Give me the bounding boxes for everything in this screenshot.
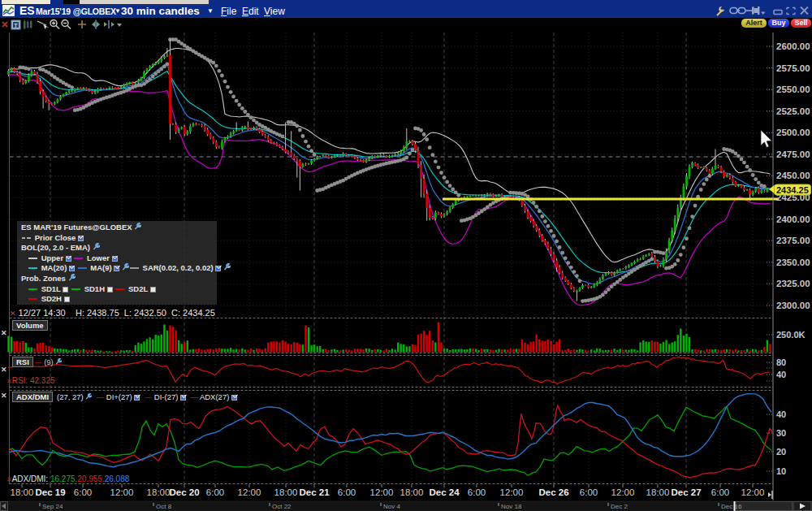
svg-text:6:00: 6:00 (338, 487, 356, 497)
svg-text:Nov 4: Nov 4 (383, 503, 400, 510)
svg-text:6:00: 6:00 (711, 487, 729, 497)
svg-text:2350.00: 2350.00 (776, 258, 810, 267)
svg-text:20: 20 (776, 447, 786, 457)
svg-text:12:00: 12:00 (238, 487, 261, 497)
svg-text:2525.00: 2525.00 (776, 106, 810, 116)
svg-text:80: 80 (776, 357, 786, 367)
svg-text:Dec 16: Dec 16 (721, 503, 742, 510)
svg-text:2600.00: 2600.00 (776, 41, 810, 51)
svg-text:2475.00: 2475.00 (776, 149, 810, 159)
svg-text:Dec 26: Dec 26 (538, 487, 568, 497)
svg-text:12:00: 12:00 (500, 487, 524, 497)
svg-text:Dec 24: Dec 24 (429, 487, 460, 497)
svg-text:40: 40 (776, 370, 786, 379)
svg-text:Dec 21: Dec 21 (299, 487, 330, 497)
svg-text:18:00: 18:00 (11, 487, 34, 497)
svg-text:Sep 24: Sep 24 (42, 503, 63, 510)
svg-text:6:00: 6:00 (74, 487, 92, 497)
svg-text:40: 40 (776, 409, 786, 419)
svg-text:Nov 18: Nov 18 (501, 503, 522, 510)
svg-text:18:00: 18:00 (147, 487, 171, 497)
svg-text:6:00: 6:00 (468, 487, 486, 497)
svg-text:12:00: 12:00 (110, 487, 134, 497)
svg-text:2450.00: 2450.00 (776, 171, 810, 180)
svg-text:2500.00: 2500.00 (776, 128, 810, 137)
svg-text:2400.00: 2400.00 (776, 214, 810, 224)
svg-text:2300.00: 2300.00 (776, 301, 810, 310)
svg-text:30: 30 (776, 428, 786, 438)
svg-text:Oct 8: Oct 8 (156, 503, 172, 510)
svg-text:Dec 2: Dec 2 (611, 503, 628, 510)
svg-text:18:00: 18:00 (274, 487, 298, 497)
svg-text:2375.00: 2375.00 (776, 236, 810, 245)
svg-text:2550.00: 2550.00 (776, 84, 810, 94)
svg-text:2434.25: 2434.25 (776, 185, 809, 195)
svg-text:Dec 20: Dec 20 (169, 487, 199, 497)
svg-text:Oct 22: Oct 22 (272, 503, 292, 510)
svg-text:10: 10 (776, 466, 786, 476)
svg-text:2575.00: 2575.00 (776, 63, 810, 73)
svg-text:12:00: 12:00 (370, 487, 394, 497)
svg-text:6:00: 6:00 (580, 487, 598, 497)
svg-text:12:00: 12:00 (741, 487, 765, 497)
svg-text:18:00: 18:00 (400, 487, 424, 497)
svg-text:18:00: 18:00 (646, 487, 670, 497)
svg-text:250.0K: 250.0K (776, 330, 806, 340)
svg-text:2325.00: 2325.00 (776, 279, 810, 288)
svg-text:6:00: 6:00 (206, 487, 224, 497)
svg-text:Dec 27: Dec 27 (671, 487, 701, 497)
svg-text:12:00: 12:00 (611, 487, 635, 497)
svg-text:Dec 19: Dec 19 (35, 487, 65, 497)
